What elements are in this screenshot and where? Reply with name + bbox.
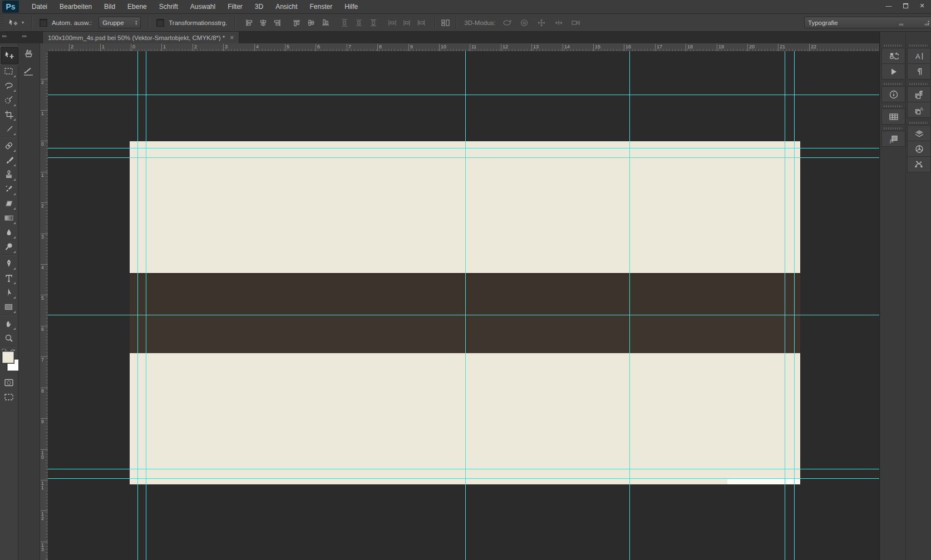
histogram-panel-icon[interactable]	[881, 108, 905, 125]
guide-horizontal[interactable]	[48, 95, 879, 95]
menu-fenster[interactable]: Fenster	[304, 1, 339, 12]
guide-horizontal[interactable]	[48, 157, 879, 158]
history-panel-icon[interactable]	[881, 48, 905, 64]
align-top-edges-icon[interactable]	[290, 17, 303, 29]
slide-3d-camera-icon[interactable]	[553, 17, 565, 29]
tool-preset-caret-icon[interactable]: ▾	[22, 20, 24, 25]
guide-vertical[interactable]	[465, 51, 466, 560]
ruler-h-label: 11	[471, 44, 476, 49]
menu-bild[interactable]: Bild	[98, 1, 121, 12]
align-right-edges-icon[interactable]	[272, 17, 284, 29]
character-styles-panel-icon[interactable]: A	[907, 102, 931, 118]
distribute-left-edges-icon[interactable]	[386, 17, 398, 29]
mini-dock-collapse-icon[interactable]: »»	[22, 33, 26, 39]
menu-hilfe[interactable]: Hilfe	[338, 1, 364, 12]
type-tool[interactable]	[2, 271, 16, 285]
brush-tool[interactable]	[2, 153, 16, 167]
move-tool-preset-icon[interactable]	[7, 17, 19, 29]
dodge-tool[interactable]	[2, 240, 16, 254]
align-vertical-centers-icon[interactable]	[305, 17, 317, 29]
align-horizontal-centers-icon[interactable]	[257, 17, 269, 29]
crop-tool[interactable]	[2, 108, 16, 121]
auto-select-dropdown[interactable]: Gruppe ▴▾	[98, 17, 141, 28]
quick-selection-tool[interactable]	[2, 93, 16, 107]
orbit-3d-camera-icon[interactable]	[501, 17, 513, 29]
guide-vertical[interactable]	[146, 51, 146, 560]
zoom-tool[interactable]	[2, 331, 16, 345]
menu-datei[interactable]: Datei	[26, 1, 53, 12]
align-left-edges-icon[interactable]	[243, 17, 255, 29]
paragraph-styles-panel-icon[interactable]	[907, 86, 931, 102]
paragraph-panel-icon[interactable]	[907, 63, 931, 80]
guide-vertical[interactable]	[794, 51, 795, 560]
pan-3d-camera-icon[interactable]	[535, 17, 548, 29]
rectangular-marquee-tool[interactable]	[2, 65, 16, 78]
move-tool[interactable]	[1, 47, 18, 65]
guide-horizontal[interactable]	[48, 478, 879, 479]
clone-stamp-tool[interactable]	[2, 168, 16, 181]
options-bar-grip[interactable]	[0, 14, 4, 31]
canvas-area[interactable]	[48, 51, 879, 560]
quick-mask-button[interactable]	[2, 376, 16, 389]
history-brush-tool[interactable]	[2, 182, 16, 196]
transform-controls-checkbox[interactable]	[156, 19, 164, 27]
eyedropper-tool[interactable]	[2, 122, 16, 136]
menu-bearbeiten[interactable]: Bearbeiten	[53, 1, 98, 12]
pen-tool[interactable]	[2, 257, 16, 270]
info-panel-icon[interactable]	[881, 86, 905, 102]
menu-3d[interactable]: 3D	[249, 1, 269, 12]
blur-tool[interactable]	[2, 226, 16, 239]
guide-horizontal[interactable]	[48, 148, 879, 148]
document-tab[interactable]: 100x100mm_4s.psd bei 50% (Vektor-Smartob…	[42, 32, 239, 43]
lasso-tool[interactable]	[2, 79, 16, 92]
maximize-button[interactable]	[900, 1, 911, 10]
gradient-tool[interactable]	[2, 211, 16, 225]
zoom-3d-camera-icon[interactable]	[570, 17, 582, 29]
menu-filter[interactable]: Filter	[221, 1, 249, 12]
distribute-horizontal-centers-icon[interactable]	[401, 17, 413, 29]
guide-horizontal[interactable]	[48, 315, 879, 315]
channels-panel-icon[interactable]	[907, 141, 931, 157]
menu-ebene[interactable]: Ebene	[121, 1, 153, 12]
toolbar-collapse-icon[interactable]: »»	[2, 33, 6, 39]
close-button[interactable]: ✕	[917, 1, 928, 10]
spot-healing-brush-tool[interactable]	[2, 139, 16, 152]
guide-vertical[interactable]	[785, 51, 785, 560]
menu-auswahl[interactable]: Auswahl	[184, 1, 221, 12]
distribute-top-edges-icon[interactable]	[338, 17, 351, 29]
guide-vertical[interactable]	[629, 51, 630, 560]
menu-schrift[interactable]: Schrift	[153, 1, 184, 12]
roll-3d-camera-icon[interactable]	[518, 17, 530, 29]
menu-ansicht[interactable]: Ansicht	[269, 1, 303, 12]
paths-panel-icon[interactable]	[907, 156, 931, 172]
dock-collapse-icon-a[interactable]: ««	[899, 22, 903, 27]
foreground-color-swatch[interactable]	[2, 351, 14, 363]
distribute-right-edges-icon[interactable]	[415, 17, 427, 29]
auto-align-layers-icon[interactable]	[440, 17, 452, 29]
hand-tool[interactable]	[2, 317, 16, 330]
ruler-origin-corner[interactable]	[40, 43, 48, 52]
screen-mode-button[interactable]	[2, 390, 16, 404]
dock-collapse-icon-b[interactable]: ««	[924, 22, 929, 27]
styles-fx-panel-icon[interactable]: fx	[881, 131, 905, 147]
guide-horizontal[interactable]	[48, 469, 879, 469]
guide-vertical[interactable]	[137, 51, 138, 560]
auto-select-checkbox[interactable]	[40, 19, 47, 27]
align-bottom-edges-icon[interactable]	[319, 17, 332, 29]
minimize-button[interactable]: —	[883, 1, 894, 10]
workspace-switcher[interactable]: Typografie ▴▾	[804, 17, 931, 28]
path-selection-tool[interactable]	[2, 286, 16, 299]
character-panel-icon[interactable]: A	[907, 48, 931, 64]
tool-presets-icon[interactable]	[20, 63, 37, 79]
distribute-bottom-edges-icon[interactable]	[367, 17, 380, 29]
eraser-tool[interactable]	[2, 197, 16, 210]
distribute-vertical-centers-icon[interactable]	[353, 17, 365, 29]
vertical-ruler[interactable]: 2101234567891 01 11 21 3	[40, 51, 48, 560]
rectangle-shape-tool[interactable]	[2, 300, 16, 314]
actions-panel-icon[interactable]	[881, 63, 905, 80]
horizontal-ruler[interactable]: 21012345678910111213141516171819202122	[48, 43, 879, 52]
layers-panel-icon[interactable]	[907, 125, 931, 141]
brush-presets-icon[interactable]	[20, 46, 37, 61]
tab-close-icon[interactable]: ×	[230, 34, 234, 42]
ruler-v-label: 7	[41, 358, 44, 363]
